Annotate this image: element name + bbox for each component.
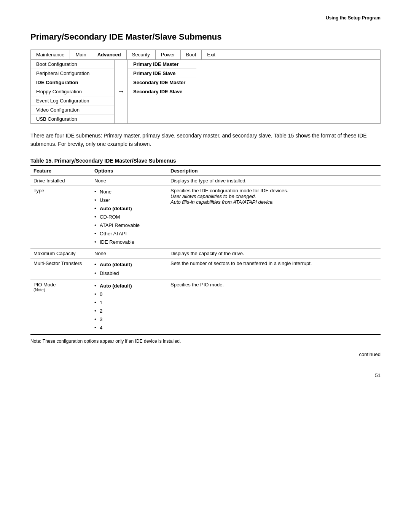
feature-cell: Drive Installed (30, 176, 91, 185)
list-item: Auto (default) (94, 204, 164, 213)
desc-line3: Auto fills-in capabilities from ATA/ATAP… (170, 199, 378, 205)
desc-line2: User allows capabilities to be changed. (170, 193, 378, 199)
bios-right-item: Primary IDE Master (128, 60, 196, 69)
list-item: User (94, 196, 164, 204)
desc-line: Specifies the PIO mode. (170, 282, 378, 288)
table-row: Drive InstalledNoneDisplays the type of … (30, 176, 381, 185)
bios-right-item: Primary IDE Slave (128, 69, 196, 78)
table-row: Multi-Sector TransfersAuto (default)Disa… (30, 259, 381, 280)
continued-label: continued (30, 351, 381, 357)
bios-nav-row: MaintenanceMainAdvancedSecurityPowerBoot… (31, 50, 380, 60)
description-cell: Sets the number of sectors to be transfe… (167, 259, 381, 280)
list-item: 4 (94, 324, 164, 332)
bios-left-item: IDE Configuration (31, 78, 114, 87)
list-item: None (94, 188, 164, 196)
table-row: PIO Mode(Note)Auto (default)01234Specifi… (30, 280, 381, 334)
bios-body: Boot ConfigurationPeripheral Configurati… (31, 60, 380, 123)
page-number: 51 (30, 372, 381, 378)
list-item: 0 (94, 290, 164, 299)
bios-left-item: Video Configuration (31, 105, 114, 115)
feature-cell: Type (30, 185, 91, 249)
list-item: Disabled (94, 269, 164, 278)
bios-menu-diagram: MaintenanceMainAdvancedSecurityPowerBoot… (30, 50, 381, 124)
note-text: Note: These configuration options appear… (30, 339, 381, 344)
description-cell: Specifies the PIO mode. (167, 280, 381, 334)
table-body: Drive InstalledNoneDisplays the type of … (30, 176, 381, 334)
data-table: Feature Options Description Drive Instal… (30, 165, 381, 335)
options-cell: Auto (default)01234 (91, 280, 167, 334)
feature-sub: (Note) (33, 288, 88, 292)
list-item: CD-ROM (94, 213, 164, 221)
desc-line: Sets the number of sectors to be transfe… (170, 260, 378, 266)
desc-line: Specifies the IDE configuration mode for… (170, 188, 378, 193)
list-item: Auto (default) (94, 282, 164, 290)
bios-nav-item: Advanced (92, 50, 127, 59)
bios-arrow: → (115, 60, 128, 123)
bios-nav-item: Security (127, 50, 156, 59)
col-header-description: Description (167, 166, 381, 176)
options-cell: None (91, 176, 167, 185)
desc-line: Displays the capacity of the drive. (170, 251, 378, 256)
bios-left-item: Floppy Configuration (31, 87, 114, 96)
bios-nav-item: Exit (202, 50, 221, 59)
description-cell: Displays the capacity of the drive. (167, 249, 381, 259)
table-row: Maximum CapacityNoneDisplays the capacit… (30, 249, 381, 259)
bios-left-item: USB Configuration (31, 115, 114, 123)
description-cell: Specifies the IDE configuration mode for… (167, 185, 381, 249)
table-row: TypeNoneUserAuto (default)CD-ROMATAPI Re… (30, 185, 381, 249)
col-header-options: Options (91, 166, 167, 176)
feature-cell: PIO Mode(Note) (30, 280, 91, 334)
bios-left-item: Boot Configuration (31, 60, 114, 69)
bios-nav-item: Maintenance (31, 50, 70, 59)
bios-nav-item: Main (70, 50, 92, 59)
table-caption: Table 15. Primary/Secondary IDE Master/S… (30, 158, 381, 164)
page-title: Primary/Secondary IDE Master/Slave Subme… (30, 32, 381, 42)
list-item: IDE Removable (94, 238, 164, 246)
bios-nav-item: Power (156, 50, 181, 59)
list-item: 2 (94, 307, 164, 315)
list-item: 1 (94, 299, 164, 307)
feature-cell: Maximum Capacity (30, 249, 91, 259)
bios-left-panel: Boot ConfigurationPeripheral Configurati… (31, 60, 115, 123)
bios-right-panel: Primary IDE MasterPrimary IDE SlaveSecon… (128, 60, 196, 123)
list-item: Other ATAPI (94, 230, 164, 238)
table-header-row: Feature Options Description (30, 166, 381, 176)
list-item: Auto (default) (94, 260, 164, 269)
list-item: 3 (94, 315, 164, 324)
options-cell: NoneUserAuto (default)CD-ROMATAPI Remova… (91, 185, 167, 249)
bios-right-item: Secondary IDE Slave (128, 87, 196, 96)
desc-line: Displays the type of drive installed. (170, 178, 378, 184)
bios-nav-item: Boot (181, 50, 202, 59)
options-cell: None (91, 249, 167, 259)
options-cell: Auto (default)Disabled (91, 259, 167, 280)
col-header-feature: Feature (30, 166, 91, 176)
bios-left-item: Peripheral Configuration (31, 69, 114, 78)
feature-cell: Multi-Sector Transfers (30, 259, 91, 280)
bios-right-item: Secondary IDE Master (128, 78, 196, 87)
description-cell: Displays the type of drive installed. (167, 176, 381, 185)
page-header: Using the Setup Program (30, 15, 381, 21)
list-item: ATAPI Removable (94, 221, 164, 230)
bios-left-item: Event Log Configuration (31, 96, 114, 105)
body-paragraph: There are four IDE submenus: Primary mas… (30, 131, 381, 149)
